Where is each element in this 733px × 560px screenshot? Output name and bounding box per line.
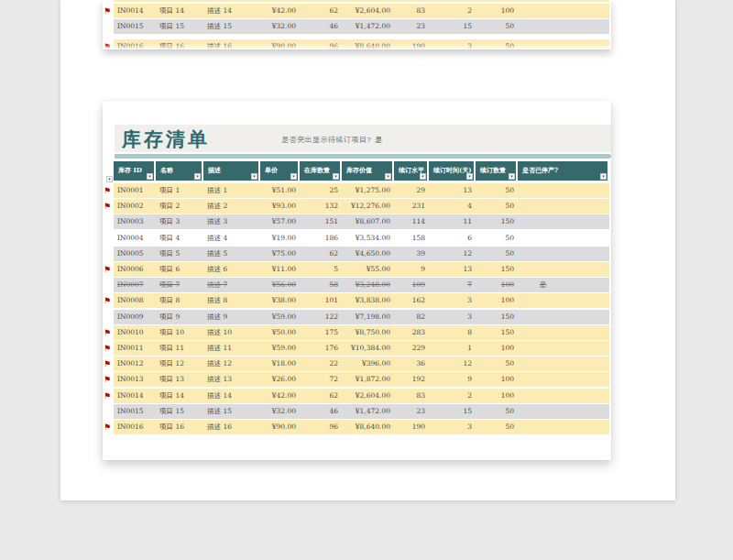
cell-discontinued[interactable] bbox=[518, 389, 609, 403]
cell-id[interactable]: IN0004 bbox=[114, 231, 156, 246]
cell-reorder_qty[interactable]: 150 bbox=[476, 214, 518, 229]
cell-level[interactable]: 9 bbox=[394, 262, 429, 277]
cell-qty[interactable]: 151 bbox=[300, 214, 342, 229]
cell-value[interactable]: ¥8,640.00 bbox=[342, 420, 394, 434]
filter-dropdown-button[interactable]: ▾ bbox=[290, 173, 297, 180]
cell-level[interactable]: 114 bbox=[394, 214, 429, 229]
cell-id[interactable]: IN0009 bbox=[114, 310, 156, 324]
cell-desc[interactable]: 描述 2 bbox=[203, 199, 260, 214]
cell-value[interactable]: ¥8,750.00 bbox=[342, 325, 394, 340]
cell-qty[interactable]: 132 bbox=[300, 199, 342, 214]
cell-desc[interactable]: 描述 1 bbox=[203, 183, 260, 198]
cell-id[interactable]: IN0014 bbox=[114, 389, 156, 403]
cell-id[interactable]: IN0015 bbox=[114, 404, 156, 419]
cell-name[interactable]: 项目 16 bbox=[156, 39, 203, 49]
cell-reorder_qty[interactable]: 50 bbox=[476, 420, 518, 434]
cell-discontinued[interactable]: 是 bbox=[518, 278, 609, 292]
cell-value[interactable]: ¥4,650.00 bbox=[342, 247, 394, 261]
cell-name[interactable]: 项目 3 bbox=[156, 214, 203, 229]
flag-column-filter-button[interactable]: ▾ bbox=[106, 176, 113, 182]
cell-desc[interactable]: 描述 12 bbox=[203, 357, 260, 371]
cell-level[interactable]: 192 bbox=[394, 372, 429, 387]
cell-desc[interactable]: 描述 8 bbox=[203, 293, 260, 308]
cell-desc[interactable]: 描述 6 bbox=[203, 262, 260, 277]
cell-id[interactable]: IN0016 bbox=[114, 420, 156, 434]
cell-discontinued[interactable] bbox=[518, 262, 609, 277]
cell-days[interactable]: 4 bbox=[429, 199, 476, 214]
cell-qty[interactable]: 46 bbox=[300, 19, 342, 34]
cell-days[interactable]: 8 bbox=[429, 325, 476, 340]
cell-name[interactable]: 项目 15 bbox=[156, 404, 203, 419]
cell-qty[interactable]: 58 bbox=[300, 278, 342, 292]
cell-days[interactable]: 13 bbox=[429, 262, 476, 277]
cell-name[interactable]: 项目 2 bbox=[156, 199, 203, 214]
cell-qty[interactable]: 176 bbox=[300, 341, 342, 356]
cell-reorder_qty[interactable]: 50 bbox=[476, 199, 518, 214]
cell-name[interactable]: 项目 7 bbox=[156, 278, 203, 292]
cell-days[interactable]: 15 bbox=[429, 404, 476, 419]
reorder-answer-value[interactable]: 是 bbox=[375, 135, 382, 145]
cell-desc[interactable]: 描述 7 bbox=[203, 278, 260, 292]
cell-id[interactable]: IN0005 bbox=[114, 247, 156, 261]
cell-reorder_qty[interactable]: 50 bbox=[476, 231, 518, 246]
cell-id[interactable]: IN0002 bbox=[114, 199, 156, 214]
cell-days[interactable]: 3 bbox=[429, 310, 476, 324]
cell-level[interactable]: 190 bbox=[394, 420, 429, 434]
filter-dropdown-button[interactable]: ▾ bbox=[194, 173, 201, 180]
cell-days[interactable]: 12 bbox=[429, 247, 476, 261]
cell-reorder_qty[interactable]: 150 bbox=[476, 325, 518, 340]
cell-id[interactable]: IN0003 bbox=[114, 214, 156, 229]
cell-qty[interactable]: 46 bbox=[300, 404, 342, 419]
cell-id[interactable]: IN0016 bbox=[114, 39, 156, 49]
cell-desc[interactable]: 描述 14 bbox=[203, 4, 260, 18]
filter-dropdown-button[interactable]: ▾ bbox=[385, 173, 391, 180]
cell-price[interactable]: ¥93.00 bbox=[260, 199, 300, 214]
cell-discontinued[interactable] bbox=[518, 325, 609, 340]
cell-id[interactable]: IN0014 bbox=[114, 4, 156, 18]
cell-reorder_qty[interactable]: 100 bbox=[476, 341, 518, 356]
cell-level[interactable]: 83 bbox=[394, 389, 429, 403]
cell-price[interactable]: ¥32.00 bbox=[260, 404, 300, 419]
cell-desc[interactable]: 描述 5 bbox=[203, 247, 260, 261]
cell-reorder_qty[interactable]: 150 bbox=[476, 262, 518, 277]
cell-value[interactable]: ¥1,872.00 bbox=[342, 372, 394, 387]
cell-desc[interactable]: 描述 13 bbox=[203, 372, 260, 387]
cell-value[interactable]: ¥10,384.00 bbox=[342, 341, 394, 356]
cell-level[interactable]: 23 bbox=[394, 19, 429, 34]
cell-value[interactable]: ¥3,838.00 bbox=[342, 293, 394, 308]
cell-desc[interactable]: 描述 10 bbox=[203, 325, 260, 340]
cell-discontinued[interactable] bbox=[518, 19, 609, 34]
filter-dropdown-button[interactable]: ▾ bbox=[251, 173, 257, 180]
cell-days[interactable]: 15 bbox=[429, 19, 476, 34]
cell-discontinued[interactable] bbox=[518, 183, 609, 198]
cell-discontinued[interactable] bbox=[518, 293, 609, 308]
cell-name[interactable]: 项目 9 bbox=[156, 310, 203, 324]
cell-days[interactable]: 9 bbox=[429, 372, 476, 387]
cell-id[interactable]: IN0001 bbox=[114, 183, 156, 198]
cell-price[interactable]: ¥26.00 bbox=[260, 372, 300, 387]
cell-reorder_qty[interactable]: 50 bbox=[476, 247, 518, 261]
cell-name[interactable]: 项目 16 bbox=[156, 420, 203, 434]
cell-level[interactable]: 162 bbox=[394, 293, 429, 308]
cell-name[interactable]: 项目 8 bbox=[156, 293, 203, 308]
cell-level[interactable]: 23 bbox=[394, 404, 429, 419]
cell-qty[interactable]: 25 bbox=[300, 183, 342, 198]
cell-id[interactable]: IN0011 bbox=[114, 341, 156, 356]
cell-price[interactable]: ¥57.00 bbox=[260, 214, 300, 229]
cell-name[interactable]: 项目 11 bbox=[156, 341, 203, 356]
cell-desc[interactable]: 描述 16 bbox=[203, 39, 260, 49]
cell-discontinued[interactable] bbox=[518, 231, 609, 246]
cell-name[interactable]: 项目 14 bbox=[156, 389, 203, 403]
cell-name[interactable]: 项目 4 bbox=[156, 231, 203, 246]
cell-id[interactable]: IN0010 bbox=[114, 325, 156, 340]
cell-reorder_qty[interactable]: 100 bbox=[476, 293, 518, 308]
cell-value[interactable]: ¥55.00 bbox=[342, 262, 394, 277]
cell-level[interactable]: 283 bbox=[394, 325, 429, 340]
cell-discontinued[interactable] bbox=[518, 372, 609, 387]
cell-desc[interactable]: 描述 4 bbox=[203, 231, 260, 246]
cell-qty[interactable]: 96 bbox=[300, 39, 342, 49]
cell-price[interactable]: ¥18.00 bbox=[260, 357, 300, 371]
cell-reorder_qty[interactable]: 50 bbox=[476, 183, 518, 198]
filter-dropdown-button[interactable]: ▾ bbox=[147, 173, 153, 180]
cell-name[interactable]: 项目 1 bbox=[156, 183, 203, 198]
